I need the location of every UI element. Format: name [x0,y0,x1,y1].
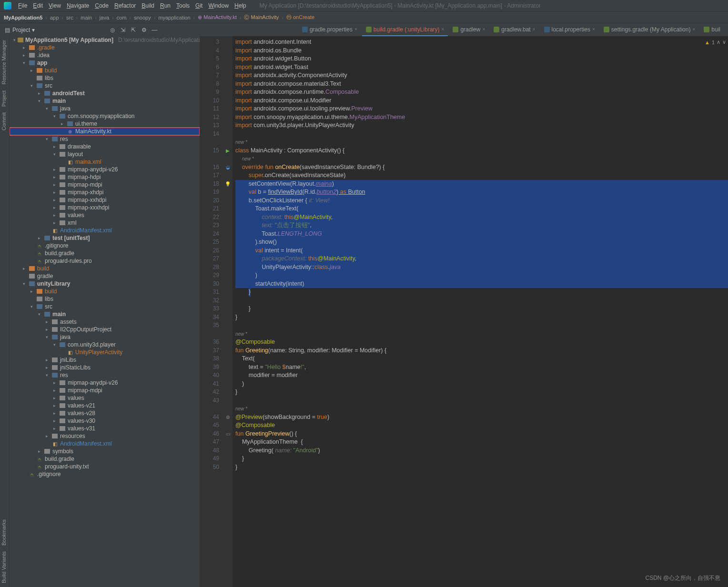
editor-tab[interactable]: build.gradle (:unityLibrary)× [362,23,448,36]
tree-chevron-icon[interactable]: ▾ [29,304,34,309]
tree-chevron-icon[interactable]: ▾ [51,342,57,347]
code-line[interactable]: import com.snoopy.myapplication.ui.theme… [235,113,728,122]
code-line[interactable]: new * [235,330,728,338]
tree-node[interactable]: ▸values-v31 [10,425,200,432]
intention-bulb-icon[interactable]: 💡 [223,180,233,189]
breadcrumb-function[interactable]: ⓜ onCreate [286,14,314,21]
hide-icon[interactable]: — [151,27,158,33]
code-line[interactable]: Text( [235,355,728,363]
tree-node[interactable]: ▾com.snoopy.myapplication [10,112,200,120]
code-line[interactable]: class MainActivity : ComponentActivity()… [235,147,728,155]
code-line[interactable]: context: this@MainActivity, [235,213,728,222]
menu-edit[interactable]: Edit [30,1,46,10]
tree-chevron-icon[interactable]: ▸ [51,198,57,202]
target-icon[interactable]: ◎ [109,27,116,33]
tree-node[interactable]: ▸jniStaticLibs [10,364,200,371]
tree-node[interactable]: ▾main [10,97,200,105]
breadcrumb-item[interactable]: MyApplication5 [4,15,42,20]
tree-node[interactable]: ▸symbols [10,448,200,455]
editor-tab[interactable]: local.properties× [540,23,599,36]
code-line[interactable]: @Preview(showBackground = true) [235,413,728,422]
tree-node[interactable]: ▾app [10,59,200,67]
tree-chevron-icon[interactable]: ▾ [36,99,42,103]
tree-chevron-icon[interactable]: ▸ [51,190,57,195]
code-area[interactable]: import android.content.Intentimport andr… [233,36,728,587]
tree-node[interactable]: ⬘.gitignore [10,470,200,478]
preview-gutter-icon[interactable]: ▭ [223,430,233,438]
tree-chevron-icon[interactable]: ▸ [36,91,42,96]
code-line[interactable]: Toast.LENGTH_LONG [235,230,728,239]
tree-chevron-icon[interactable]: ▸ [59,121,65,126]
code-line[interactable]: import androidx.compose.ui.Modifier [235,97,728,105]
tree-node[interactable]: ▸Il2CppOutputProject [10,326,200,333]
tree-node[interactable]: ◧AndroidManifest.xml [10,440,200,448]
tree-node[interactable]: ▸mipmap-xxxhdpi [10,204,200,211]
tree-node[interactable]: ▸mipmap-anydpi-v26 [10,166,200,173]
tree-node[interactable]: ▸mipmap-xxhdpi [10,196,200,204]
expand-icon[interactable]: ⇲ [120,27,126,33]
chevron-down-icon[interactable]: ∨ [722,39,726,45]
run-gutter-icon[interactable]: ▶ [223,147,233,155]
tree-chevron-icon[interactable]: ▸ [36,449,42,454]
tree-node[interactable]: ▾java [10,105,200,112]
tree-chevron-icon[interactable]: ▸ [51,380,57,385]
breadcrumb-file[interactable]: ⊕ MainActivity.kt [198,14,237,20]
menu-git[interactable]: Git [192,1,205,10]
tree-node[interactable]: ⬘.gitignore [10,242,200,249]
code-line[interactable]: text: "点击了按钮", [235,221,728,230]
code-line[interactable]: import androidx.compose.runtime.Composab… [235,88,728,97]
tree-chevron-icon[interactable]: ▸ [51,175,57,179]
tree-chevron-icon[interactable]: ▸ [36,236,42,240]
code-line[interactable]: text = "Hello $name!", [235,363,728,372]
code-line[interactable]: MyApplicationTheme { [235,438,728,447]
tree-node[interactable]: ▸build [10,265,200,272]
tree-node[interactable]: ▸build [10,67,200,74]
code-line[interactable]: packageContext: this@MainActivity, [235,255,728,263]
tree-chevron-icon[interactable]: ▸ [21,53,27,58]
tree-chevron-icon[interactable]: ▸ [51,418,57,423]
menu-run[interactable]: Run [157,1,173,10]
code-line[interactable]: } [235,288,728,297]
tree-chevron-icon[interactable]: ▸ [51,403,57,408]
tree-node[interactable]: ◧maina.xml [10,158,200,166]
breadcrumb-item[interactable]: snoopy [134,15,151,20]
tree-node[interactable]: ▸test [unitTest] [10,234,200,242]
menu-build[interactable]: Build [139,1,157,10]
tree-node[interactable]: ▾res [10,371,200,379]
code-line[interactable]: } [235,313,728,322]
close-icon[interactable]: × [533,27,536,32]
code-line[interactable] [235,397,728,405]
tree-node[interactable]: ▾src [10,82,200,90]
close-icon[interactable]: × [354,27,357,32]
tree-chevron-icon[interactable]: ▸ [21,45,27,50]
tree-node[interactable]: ▸mipmap-hdpi [10,173,200,181]
tree-chevron-icon[interactable]: ▸ [51,213,57,218]
code-editor[interactable]: 3456789101112131415161718192021222324252… [200,36,728,587]
code-line[interactable]: @Composable [235,338,728,347]
code-line[interactable]: fun GreetingPreview() { [235,430,728,438]
tree-node[interactable]: ⊕MainActivity.kt [10,128,200,135]
tree-node[interactable]: ▸values [10,394,200,402]
menu-refactor[interactable]: Refactor [111,1,139,10]
code-line[interactable]: } [235,388,728,397]
tree-node[interactable]: ▸mipmap-mdpi [10,181,200,189]
tree-node[interactable]: libs [10,74,200,82]
tree-node[interactable]: ▸.gradle [10,44,200,51]
menu-window[interactable]: Window [205,1,232,10]
project-tree[interactable]: ▾MyApplication5 [My Application]D:\testa… [10,36,200,587]
code-line[interactable]: import com.unity3d.player.UnityPlayerAct… [235,121,728,130]
tree-node[interactable]: ▸mipmap-xhdpi [10,189,200,196]
tree-chevron-icon[interactable]: ▾ [51,152,57,157]
close-icon[interactable]: × [692,27,695,32]
tree-chevron-icon[interactable]: ▸ [29,289,34,294]
tree-node[interactable]: ▸.idea [10,51,200,59]
editor-tab[interactable]: settings.gradle (My Application)× [600,23,699,36]
close-icon[interactable]: × [482,27,485,32]
code-line[interactable]: b.setOnClickListener { it: View! [235,197,728,205]
breadcrumb-item[interactable]: myapplication [158,15,190,20]
gear-gutter-icon[interactable]: ⚙ [223,413,233,422]
menu-code[interactable]: Code [92,1,111,10]
tree-chevron-icon[interactable]: ▸ [51,167,57,172]
tree-node[interactable]: libs [10,295,200,303]
tree-chevron-icon[interactable]: ▸ [51,396,57,400]
